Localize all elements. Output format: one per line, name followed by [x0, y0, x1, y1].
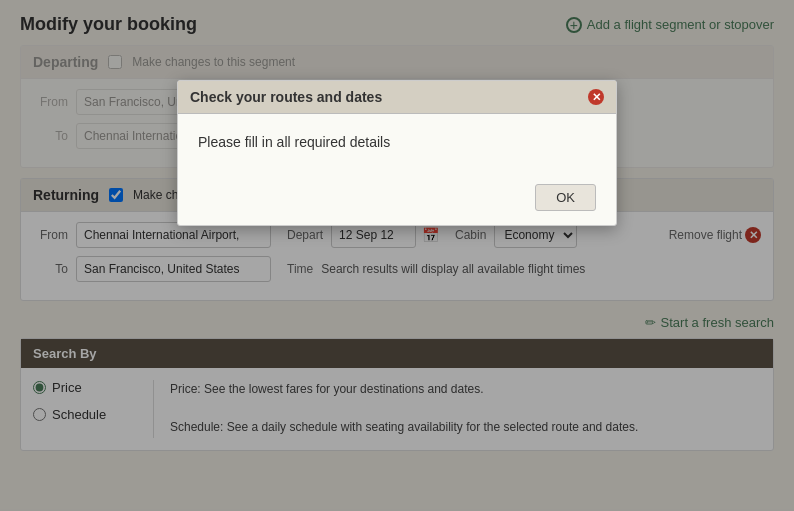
modal-dialog: Check your routes and dates ✕ Please fil…: [177, 80, 617, 226]
modal-overlay: Check your routes and dates ✕ Please fil…: [0, 0, 794, 511]
modal-close-icon[interactable]: ✕: [588, 89, 604, 105]
page-container: Modify your booking + Add a flight segme…: [0, 0, 794, 511]
modal-message: Please fill in all required details: [198, 134, 596, 150]
modal-header: Check your routes and dates ✕: [178, 81, 616, 114]
modal-body: Please fill in all required details: [178, 114, 616, 184]
modal-title: Check your routes and dates: [190, 89, 382, 105]
ok-button[interactable]: OK: [535, 184, 596, 211]
modal-footer: OK: [178, 184, 616, 225]
